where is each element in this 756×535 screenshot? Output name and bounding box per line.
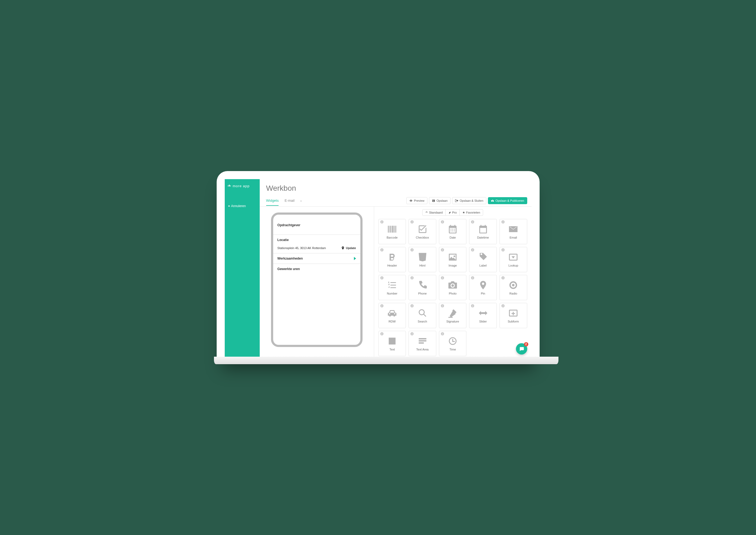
page-title: Werkbon — [266, 184, 525, 193]
location-value: Stationsplein 45, 3013 AK Rotterdam — [277, 246, 326, 250]
tab-more-chevron-icon[interactable]: › — [300, 199, 302, 203]
field-label: Werkzaamheden — [277, 257, 303, 260]
widget-palette-pane: Standaard Pro Favorieten i — [374, 207, 532, 357]
widget-radio[interactable]: i Radio — [500, 275, 527, 300]
cloud-upload-icon — [491, 199, 494, 202]
cancel-button[interactable]: Annuleren — [225, 201, 260, 211]
widget-pin[interactable]: i Pin — [469, 275, 497, 300]
dashboard-icon — [425, 211, 428, 214]
toolbar: Widgets E-mail › Preview Opslaan — [260, 195, 532, 207]
form-row-opdrachtgever[interactable]: Opdrachtgever — [273, 220, 361, 235]
laptop-frame: more app Annuleren Werkbon Widgets E-mai… — [217, 171, 539, 364]
info-icon[interactable]: i — [410, 220, 414, 224]
field-label: Locatie — [277, 238, 289, 242]
bold-icon — [387, 252, 397, 262]
info-icon[interactable]: i — [441, 220, 444, 224]
info-icon[interactable]: i — [471, 304, 474, 307]
info-icon[interactable]: i — [501, 304, 505, 307]
update-location-button[interactable]: Update — [341, 246, 356, 250]
info-icon[interactable]: i — [410, 276, 414, 279]
info-icon[interactable]: i — [380, 220, 384, 224]
laptop-base — [214, 357, 559, 364]
save-icon — [432, 199, 435, 202]
info-icon[interactable]: i — [410, 304, 414, 307]
field-label: Gewerkte uren — [277, 267, 300, 271]
widget-checkbox[interactable]: i Checkbox — [409, 219, 436, 244]
editor-tabs: Widgets E-mail › — [266, 196, 302, 206]
widget-photo[interactable]: i Photo — [439, 275, 467, 300]
widget-textarea[interactable]: i Text Area — [409, 331, 436, 356]
save-publish-button[interactable]: Opslaan & Publiceren — [488, 197, 527, 204]
chevron-right-icon — [354, 257, 356, 260]
info-icon[interactable]: i — [380, 332, 384, 335]
chat-icon — [519, 346, 524, 352]
chat-button[interactable]: 2 — [516, 343, 527, 354]
plus-square-icon — [508, 308, 518, 318]
info-icon[interactable]: i — [471, 248, 474, 251]
search-icon — [418, 308, 428, 318]
brand-text: more app — [233, 184, 250, 188]
widget-slider[interactable]: i Slider — [469, 303, 497, 328]
widget-datetime[interactable]: i Datetime — [469, 219, 497, 244]
widget-label[interactable]: i Label — [469, 247, 497, 272]
widget-email[interactable]: i Email — [500, 219, 527, 244]
preview-button[interactable]: Preview — [406, 197, 427, 204]
info-icon[interactable]: i — [501, 248, 505, 251]
tab-widgets[interactable]: Widgets — [266, 196, 279, 206]
save-button[interactable]: Opslaan — [429, 197, 451, 204]
widget-text[interactable]: i Text — [378, 331, 406, 356]
widget-number[interactable]: i Number — [378, 275, 406, 300]
widget-html[interactable]: i Html — [409, 247, 436, 272]
info-icon[interactable]: i — [410, 332, 414, 335]
widget-search[interactable]: i Search — [409, 303, 436, 328]
pill-pro[interactable]: Pro — [446, 209, 460, 216]
html5-icon — [418, 252, 428, 262]
title-bar: Werkbon — [260, 179, 532, 195]
content-split: Opdrachtgever Locatie Stationsplein 45, … — [260, 207, 532, 357]
info-icon[interactable]: i — [501, 220, 505, 224]
pill-favorieten[interactable]: Favorieten — [460, 209, 483, 216]
widget-subform[interactable]: i Subform — [500, 303, 527, 328]
form-row-werkzaamheden[interactable]: Werkzaamheden — [273, 253, 361, 264]
widget-time[interactable]: i Time — [439, 331, 467, 356]
edit-icon — [387, 336, 397, 346]
widget-barcode[interactable]: i Barcode — [378, 219, 406, 244]
app-screen: more app Annuleren Werkbon Widgets E-mai… — [225, 179, 532, 357]
widget-grid: i Barcode i Checkbox i Date i Datetime — [374, 217, 532, 357]
leaf-icon — [449, 211, 451, 214]
calendar-icon — [478, 224, 488, 234]
widget-phone[interactable]: i Phone — [409, 275, 436, 300]
info-icon[interactable]: i — [441, 248, 444, 251]
info-icon[interactable]: i — [441, 276, 444, 279]
info-icon[interactable]: i — [501, 276, 505, 279]
widget-signature[interactable]: i Signature — [439, 303, 467, 328]
pill-standaard[interactable]: Standaard — [422, 209, 446, 216]
widget-date[interactable]: i Date — [439, 219, 467, 244]
dropdown-icon — [508, 252, 518, 262]
widget-lookup[interactable]: i Lookup — [500, 247, 527, 272]
info-icon[interactable]: i — [471, 276, 474, 279]
form-row-gewerkte-uren[interactable]: Gewerkte uren — [273, 264, 361, 274]
info-icon[interactable]: i — [380, 248, 384, 251]
info-icon[interactable]: i — [441, 304, 444, 307]
tab-email[interactable]: E-mail — [284, 196, 294, 206]
envelope-icon — [508, 224, 518, 234]
radio-icon — [508, 280, 518, 290]
field-label: Opdrachtgever — [277, 223, 300, 227]
car-icon — [387, 308, 397, 318]
info-icon[interactable]: i — [380, 304, 384, 307]
widget-header[interactable]: i Header — [378, 247, 406, 272]
info-icon[interactable]: i — [380, 276, 384, 279]
sidebar: more app Annuleren — [225, 179, 260, 357]
widget-image[interactable]: i Image — [439, 247, 467, 272]
widget-rdw[interactable]: i RDW — [378, 303, 406, 328]
gavel-icon — [448, 308, 458, 318]
form-row-locatie[interactable]: Locatie Stationsplein 45, 3013 AK Rotter… — [273, 235, 361, 253]
info-icon[interactable]: i — [410, 248, 414, 251]
phone-icon — [418, 280, 428, 290]
save-close-button[interactable]: Opslaan & Sluiten — [452, 197, 486, 204]
info-icon[interactable]: i — [471, 220, 474, 224]
arrow-left-icon — [227, 205, 230, 208]
brand-logo: more app — [225, 179, 260, 193]
info-icon[interactable]: i — [441, 332, 444, 335]
